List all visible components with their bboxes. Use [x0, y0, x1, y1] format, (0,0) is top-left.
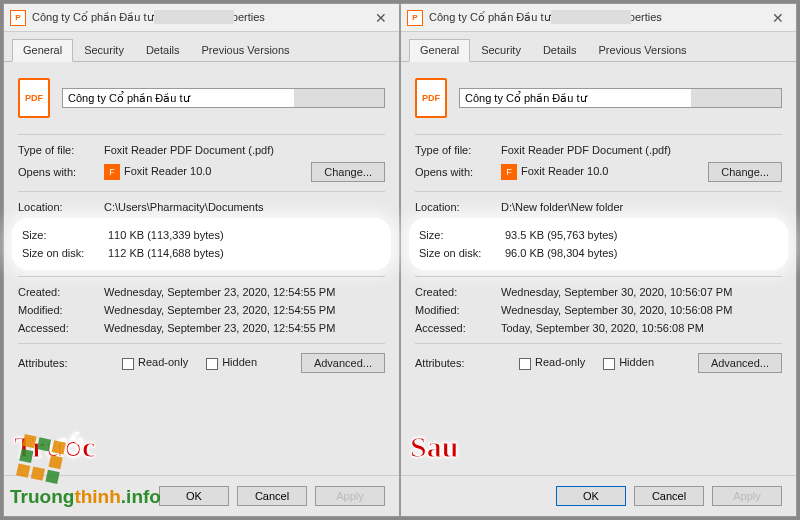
- hidden-checkbox[interactable]: Hidden: [603, 356, 654, 369]
- tabs: General Security Details Previous Versio…: [4, 32, 399, 62]
- ok-button[interactable]: OK: [159, 486, 229, 506]
- readonly-checkbox[interactable]: Read-only: [122, 356, 188, 369]
- value-size-on-disk: 112 KB (114,688 bytes): [108, 247, 381, 259]
- ok-button[interactable]: OK: [556, 486, 626, 506]
- filename-input[interactable]: Công ty Cổ phần Đầu tư: [62, 88, 385, 108]
- highlight-size-block: Size:93.5 KB (95,763 bytes) Size on disk…: [409, 218, 788, 270]
- label-accessed: Accessed:: [18, 322, 104, 334]
- filename-input[interactable]: Công ty Cổ phần Đầu tư: [459, 88, 782, 108]
- tab-details[interactable]: Details: [135, 39, 191, 62]
- label-size-on-disk: Size on disk:: [22, 247, 108, 259]
- value-type: Foxit Reader PDF Document (.pdf): [501, 144, 782, 156]
- file-type-pdf-icon: PDF: [18, 78, 50, 118]
- label-size: Size:: [22, 229, 108, 241]
- advanced-button[interactable]: Advanced...: [301, 353, 385, 373]
- tab-previous-versions[interactable]: Previous Versions: [191, 39, 301, 62]
- redacted-region: [551, 10, 631, 24]
- label-attributes: Attributes:: [415, 357, 501, 369]
- label-accessed: Accessed:: [415, 322, 501, 334]
- highlight-size-block: Size:110 KB (113,339 bytes) Size on disk…: [12, 218, 391, 270]
- titlebar: P Công ty Cổ phần Đầu tư Properties ✕: [4, 4, 399, 32]
- tab-security[interactable]: Security: [73, 39, 135, 62]
- cancel-button[interactable]: Cancel: [237, 486, 307, 506]
- value-accessed: Wednesday, September 23, 2020, 12:54:55 …: [104, 322, 385, 334]
- label-opens-with: Opens with:: [415, 166, 501, 178]
- foxit-app-icon: F: [104, 164, 120, 180]
- label-opens-with: Opens with:: [18, 166, 104, 178]
- value-size-on-disk: 96.0 KB (98,304 bytes): [505, 247, 778, 259]
- pdf-icon: P: [407, 10, 423, 26]
- label-size-on-disk: Size on disk:: [419, 247, 505, 259]
- label-type: Type of file:: [18, 144, 104, 156]
- properties-dialog-before: P Công ty Cổ phần Đầu tư Properties ✕ Ge…: [3, 3, 400, 517]
- redacted-region: [154, 10, 234, 24]
- label-size: Size:: [419, 229, 505, 241]
- value-modified: Wednesday, September 30, 2020, 10:56:08 …: [501, 304, 782, 316]
- label-location: Location:: [415, 201, 501, 213]
- tab-general[interactable]: General: [409, 39, 470, 62]
- redacted-region: [294, 89, 384, 107]
- tab-general[interactable]: General: [12, 39, 73, 62]
- value-location: C:\Users\Pharmacity\Documents: [104, 201, 385, 213]
- tabs: General Security Details Previous Versio…: [401, 32, 796, 62]
- change-button[interactable]: Change...: [311, 162, 385, 182]
- value-size: 110 KB (113,339 bytes): [108, 229, 381, 241]
- label-created: Created:: [18, 286, 104, 298]
- apply-button[interactable]: Apply: [712, 486, 782, 506]
- readonly-checkbox[interactable]: Read-only: [519, 356, 585, 369]
- apply-button[interactable]: Apply: [315, 486, 385, 506]
- value-created: Wednesday, September 30, 2020, 10:56:07 …: [501, 286, 782, 298]
- value-opens-with: FFoxit Reader 10.0: [104, 164, 311, 180]
- close-icon[interactable]: ✕: [766, 10, 790, 26]
- label-location: Location:: [18, 201, 104, 213]
- cancel-button[interactable]: Cancel: [634, 486, 704, 506]
- pdf-icon: P: [10, 10, 26, 26]
- label-created: Created:: [415, 286, 501, 298]
- label-type: Type of file:: [415, 144, 501, 156]
- value-modified: Wednesday, September 23, 2020, 12:54:55 …: [104, 304, 385, 316]
- value-type: Foxit Reader PDF Document (.pdf): [104, 144, 385, 156]
- value-accessed: Today, September 30, 2020, 10:56:08 PM: [501, 322, 782, 334]
- label-attributes: Attributes:: [18, 357, 104, 369]
- tab-security[interactable]: Security: [470, 39, 532, 62]
- tab-details[interactable]: Details: [532, 39, 588, 62]
- advanced-button[interactable]: Advanced...: [698, 353, 782, 373]
- value-location: D:\New folder\New folder: [501, 201, 782, 213]
- close-icon[interactable]: ✕: [369, 10, 393, 26]
- file-type-pdf-icon: PDF: [415, 78, 447, 118]
- value-opens-with: FFoxit Reader 10.0: [501, 164, 708, 180]
- foxit-app-icon: F: [501, 164, 517, 180]
- hidden-checkbox[interactable]: Hidden: [206, 356, 257, 369]
- value-created: Wednesday, September 23, 2020, 12:54:55 …: [104, 286, 385, 298]
- redacted-region: [691, 89, 781, 107]
- change-button[interactable]: Change...: [708, 162, 782, 182]
- value-size: 93.5 KB (95,763 bytes): [505, 229, 778, 241]
- properties-dialog-after: P Công ty Cổ phần Đầu tư Properties ✕ Ge…: [400, 3, 797, 517]
- label-modified: Modified:: [415, 304, 501, 316]
- label-modified: Modified:: [18, 304, 104, 316]
- tab-previous-versions[interactable]: Previous Versions: [588, 39, 698, 62]
- titlebar: P Công ty Cổ phần Đầu tư Properties ✕: [401, 4, 796, 32]
